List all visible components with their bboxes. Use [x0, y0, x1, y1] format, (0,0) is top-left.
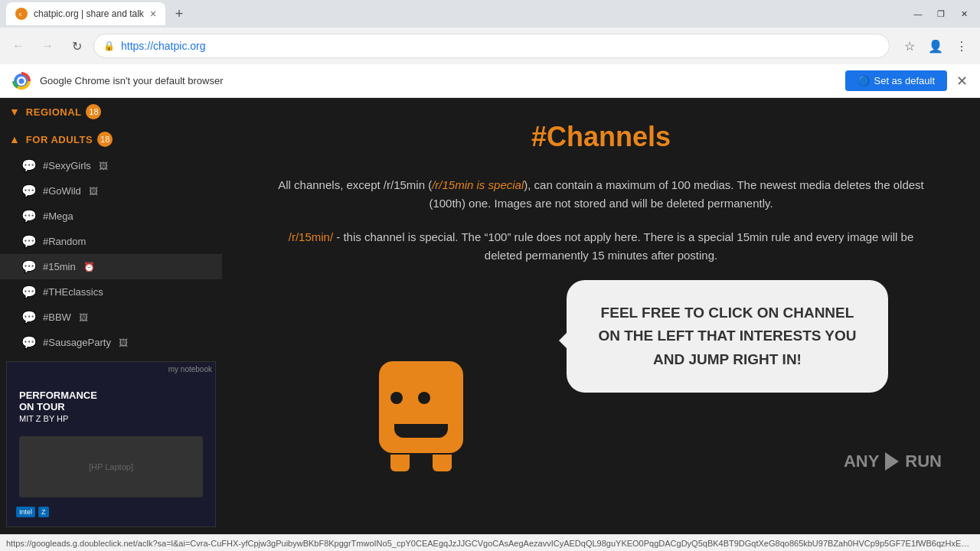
svg-text:c: c [19, 11, 22, 17]
new-tab-button[interactable]: + [168, 3, 190, 24]
description-special: /r/15min is special [432, 178, 524, 191]
svg-point-6 [19, 78, 24, 83]
main-content: ▼ REGIONAL 18 ▲ FOR ADULTS 18 💬 #SexyGir… [0, 98, 980, 534]
chat-icon: 💬 [21, 335, 37, 350]
character-leg-right [433, 455, 452, 471]
character-mouth [394, 424, 448, 438]
channels-description: All channels, except /r/15min (/r/15min … [272, 176, 930, 213]
regional-badge: 18 [86, 104, 101, 119]
ad-label: my notebook [168, 365, 212, 373]
chat-icon: 💬 [21, 259, 37, 274]
browser-tab[interactable]: c chatpic.org | share and talk × [6, 2, 165, 25]
illustration-area: Feel free to click on channel on the lef… [253, 280, 949, 471]
avatar-icon[interactable]: 👤 [923, 34, 948, 58]
minimize-button[interactable]: — [908, 6, 928, 21]
sidebar: ▼ REGIONAL 18 ▲ FOR ADULTS 18 💬 #SexyGir… [0, 98, 222, 534]
bookmark-icon[interactable]: ☆ [897, 34, 922, 58]
set-default-button[interactable]: 🔵 Set as default [845, 70, 948, 91]
title-bar: c chatpic.org | share and talk × + — ❐ ✕ [0, 0, 980, 28]
notification-text: Google Chrome isn't your default browser [40, 75, 836, 86]
tab-close-button[interactable]: × [150, 8, 156, 19]
sidebar-item-theclassics[interactable]: 💬 #THEclassics [0, 279, 222, 305]
status-bar: https://googleads.g.doubleclick.net/aclk… [0, 534, 980, 551]
chat-icon: 💬 [21, 209, 37, 223]
image-icon: 🖼 [99, 161, 108, 171]
character-eye-right [418, 392, 430, 404]
chat-icon: 💬 [21, 158, 37, 173]
chrome-icon [12, 72, 31, 90]
for-adults-section-header[interactable]: ▲ FOR ADULTS 18 [0, 126, 222, 153]
sidebar-item-sausageparty[interactable]: 💬 #SausageParty 🖼 [0, 330, 222, 355]
chat-icon: 💬 [21, 285, 37, 299]
speech-line1: Feel free to click on channel [601, 305, 854, 321]
sidebar-item-random[interactable]: 💬 #Random [0, 229, 222, 254]
sidebar-item-mega[interactable]: 💬 #Mega [0, 204, 222, 229]
regional-section-header[interactable]: ▼ REGIONAL 18 [0, 98, 222, 126]
sidebar-item-label: #Mega [43, 210, 74, 222]
tab-title: chatpic.org | share and talk [34, 8, 144, 19]
sidebar-item-label: #15min [43, 261, 76, 272]
regional-section-title: REGIONAL [26, 106, 82, 118]
sidebar-item-gowild[interactable]: 💬 #GoWild 🖼 [0, 178, 222, 204]
sidebar-item-label: #Random [43, 236, 86, 247]
anyrun-play-icon [885, 452, 899, 471]
address-input[interactable]: 🔒 https://chatpic.org [93, 34, 890, 58]
speech-bubble-tail [545, 327, 573, 354]
menu-icon[interactable]: ⋮ [949, 34, 974, 58]
sidebar-item-label: #THEclassics [43, 286, 103, 298]
chat-icon: 💬 [21, 184, 37, 198]
description-part1: All channels, except /r/15min ( [278, 178, 432, 191]
chat-icon: 💬 [21, 310, 37, 324]
ad-image: [HP Laptop] [19, 436, 203, 497]
anyrun-run-label: RUN [905, 452, 942, 471]
character-eyes [390, 392, 430, 404]
character-eye-left [390, 392, 403, 404]
sidebar-item-label: #GoWild [43, 185, 81, 197]
channel-rule: /r/15min/ - this channel is special. The… [272, 228, 930, 265]
sidebar-item-label: #SausageParty [43, 337, 111, 348]
status-url: https://googleads.g.doubleclick.net/aclk… [6, 539, 971, 548]
toolbar-icons: ☆ 👤 ⋮ [897, 34, 974, 58]
image-icon: 🖼 [89, 186, 98, 197]
speech-line3: and jump right in! [653, 351, 802, 367]
sidebar-item-label: #BBW [43, 311, 71, 323]
image-icon: 🖼 [79, 312, 88, 323]
channel-link[interactable]: /r/15min/ [289, 230, 333, 243]
speech-bubble-text: Feel free to click on channel on the lef… [590, 302, 865, 371]
sidebar-item-sexygirls[interactable]: 💬 #SexyGirls 🖼 [0, 153, 222, 178]
clock-icon: ⏰ [83, 262, 95, 272]
character-legs [368, 455, 475, 471]
content-panel: #Channels All channels, except /r/15min … [222, 98, 980, 534]
for-adults-badge: 18 [97, 132, 113, 147]
speech-line2: on the left that interests you [598, 328, 856, 344]
forward-button[interactable]: → [35, 34, 60, 58]
advertisement: my notebook PERFORMANCEON TOURMIT Z BY H… [6, 361, 216, 527]
image-icon: 🖼 [119, 337, 128, 348]
notification-close-button[interactable]: ✕ [956, 73, 968, 90]
anyrun-watermark: ANY RUN [844, 452, 942, 471]
channel-rule-text: - this channel is special. The “100” rul… [333, 230, 913, 262]
sidebar-item-bbw[interactable]: 💬 #BBW 🖼 [0, 305, 222, 330]
sidebar-item-15min[interactable]: 💬 #15min ⏰ [0, 254, 222, 279]
maximize-button[interactable]: ❐ [931, 6, 951, 21]
chat-icon: 💬 [21, 234, 37, 249]
refresh-button[interactable]: ↻ [64, 34, 89, 58]
anyrun-label: ANY [844, 452, 879, 471]
ad-text1: PERFORMANCEON TOURMIT Z BY HP [13, 383, 209, 430]
sidebar-item-label: #SexyGirls [43, 160, 91, 171]
for-adults-section-title: FOR ADULTS [26, 134, 93, 145]
regional-arrow-icon: ▼ [9, 106, 20, 118]
character [368, 361, 475, 471]
channels-title: #Channels [253, 121, 949, 153]
ad-logos: Intel Z [13, 504, 209, 520]
character-leg-left [390, 455, 410, 471]
close-button[interactable]: ✕ [954, 6, 974, 21]
notification-bar: Google Chrome isn't your default browser… [0, 64, 980, 98]
back-button[interactable]: ← [6, 34, 31, 58]
address-bar: ← → ↻ 🔒 https://chatpic.org ☆ 👤 ⋮ [0, 28, 980, 64]
address-text: https://chatpic.org [121, 40, 206, 52]
set-default-label: Set as default [874, 75, 936, 86]
for-adults-arrow-icon: ▲ [9, 133, 20, 145]
window-controls: — ❐ ✕ [908, 6, 974, 21]
lock-icon: 🔒 [103, 41, 115, 51]
